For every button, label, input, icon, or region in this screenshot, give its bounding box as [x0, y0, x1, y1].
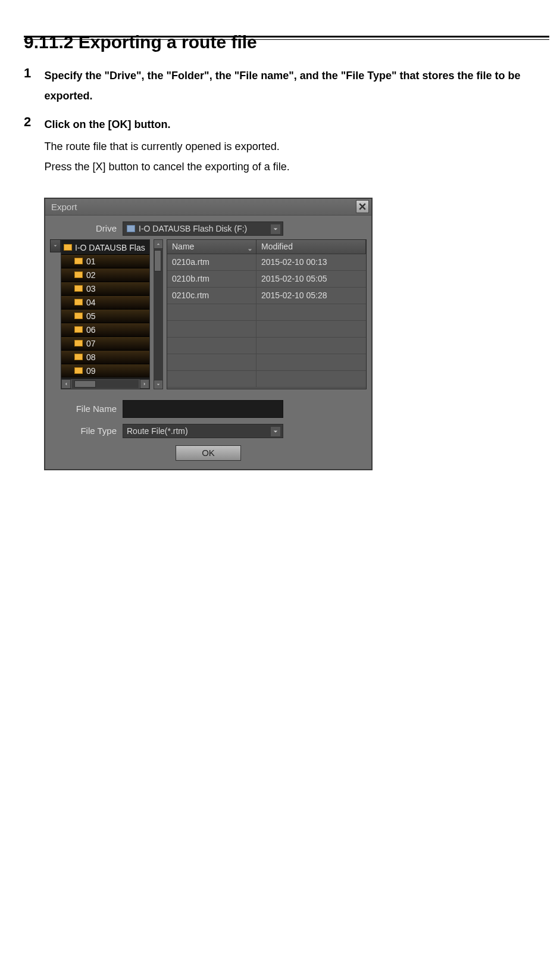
tree-folder-label: 04: [86, 298, 96, 307]
dialog-titlebar[interactable]: Export: [45, 199, 371, 216]
tree-vertical-scrollbar[interactable]: [154, 239, 163, 389]
folder-icon: [74, 354, 83, 360]
step-number: 1: [24, 65, 42, 81]
step-2-text-bold: Click on the [OK] button.: [44, 114, 535, 135]
tree-folder-label: 06: [86, 325, 96, 335]
file-name-label: File Name: [51, 404, 123, 414]
file-type-label: File Type: [51, 426, 123, 436]
chevron-down-icon: [271, 427, 280, 436]
chevron-down-icon: [54, 243, 57, 249]
folder-icon: [74, 285, 83, 292]
folder-icon: [74, 367, 83, 374]
scroll-thumb[interactable]: [74, 380, 96, 388]
dialog-title: Export: [51, 202, 77, 212]
tree-root-item[interactable]: I-O DATAUSB Flas: [61, 241, 149, 254]
folder-icon: [74, 340, 83, 346]
file-name-cell: [167, 371, 256, 387]
file-modified-cell: 2015-02-10 00:13: [256, 254, 366, 270]
section-title: Exporting a route file: [79, 32, 257, 52]
close-icon: [359, 203, 366, 210]
close-button[interactable]: [356, 200, 369, 213]
tree-folder-label: 07: [86, 339, 96, 348]
tree-folder-label: 09: [86, 366, 96, 376]
tree-folder-item[interactable]: 09: [61, 364, 149, 377]
file-name-cell: [167, 338, 256, 354]
column-header-name-label: Name: [172, 242, 194, 251]
file-name-cell: 0210c.rtm: [167, 288, 256, 304]
scroll-up-button[interactable]: [154, 239, 163, 249]
drive-dropdown[interactable]: I-O DATAUSB Flash Disk (F:): [123, 221, 283, 236]
folder-icon: [64, 244, 72, 251]
export-dialog: Export Drive I-O DATAUSB Flash Disk (F:): [44, 198, 373, 470]
drive-selected-text: I-O DATAUSB Flash Disk (F:): [139, 224, 247, 233]
scroll-down-button[interactable]: [154, 380, 163, 389]
folder-icon: [74, 326, 83, 333]
file-row[interactable]: 0210a.rtm2015-02-10 00:13: [167, 254, 366, 271]
file-name-cell: 0210b.rtm: [167, 271, 256, 287]
column-header-name[interactable]: Name: [167, 240, 256, 254]
file-row-empty: [167, 354, 366, 371]
file-row-empty: [167, 338, 366, 354]
file-modified-cell: 2015-02-10 05:28: [256, 288, 366, 304]
scroll-track[interactable]: [154, 249, 163, 380]
file-modified-cell: [256, 354, 366, 370]
folder-icon: [74, 258, 83, 264]
drive-label: Drive: [51, 223, 123, 233]
ok-button[interactable]: OK: [176, 445, 241, 461]
column-header-modified[interactable]: Modified: [256, 240, 366, 254]
file-name-cell: [167, 304, 256, 320]
tree-folder-label: 08: [86, 352, 96, 362]
section-number: 9.11.2: [24, 32, 73, 52]
tree-folder-item[interactable]: 03: [61, 282, 149, 295]
chevron-down-icon: [271, 224, 280, 234]
step-2-text-plain-1: The route file that is currently opened …: [44, 138, 535, 156]
column-header-modified-label: Modified: [261, 242, 293, 251]
chevron-down-icon: [248, 245, 252, 249]
folder-icon: [74, 299, 83, 305]
file-modified-cell: [256, 371, 366, 387]
tree-folder-item[interactable]: 08: [61, 350, 149, 364]
scroll-track[interactable]: [72, 380, 139, 388]
folder-tree[interactable]: I-O DATAUSB Flas 010203040506070809: [61, 239, 150, 389]
file-name-cell: 0210a.rtm: [167, 254, 256, 270]
tree-root-label: I-O DATAUSB Flas: [75, 243, 145, 252]
step-number: 2: [24, 114, 42, 130]
file-name-cell: [167, 354, 256, 370]
tree-folder-item[interactable]: 06: [61, 323, 149, 336]
tree-folder-item[interactable]: 01: [61, 254, 149, 268]
tree-folder-item[interactable]: 02: [61, 268, 149, 282]
page-rule-thin: [24, 39, 549, 40]
folder-icon: [74, 313, 83, 319]
file-row-empty: [167, 321, 366, 338]
step-2-text-plain-2: Press the [X] button to cancel the expor…: [44, 158, 535, 176]
folder-icon: [74, 271, 83, 278]
tree-folder-item[interactable]: 07: [61, 336, 149, 350]
file-row[interactable]: 0210c.rtm2015-02-10 05:28: [167, 288, 366, 304]
file-row-empty: [167, 371, 366, 388]
file-row[interactable]: 0210b.rtm2015-02-10 05:05: [167, 271, 366, 288]
tree-folder-label: 05: [86, 311, 96, 321]
tree-folder-label: 03: [86, 284, 96, 293]
page-rule-thick: [24, 36, 549, 38]
file-name-input[interactable]: [123, 400, 283, 418]
file-type-selected-text: Route File(*.rtm): [127, 426, 188, 436]
tree-folder-label: 01: [86, 257, 96, 266]
file-type-dropdown[interactable]: Route File(*.rtm): [123, 424, 283, 438]
tree-folder-item[interactable]: 04: [61, 295, 149, 309]
tree-horizontal-scrollbar[interactable]: [61, 379, 149, 389]
step-1-text: Specify the "Drive", the "Folder", the "…: [44, 65, 535, 106]
file-modified-cell: [256, 304, 366, 320]
tree-folder-item[interactable]: 05: [61, 309, 149, 323]
file-row-empty: [167, 304, 366, 321]
file-modified-cell: 2015-02-10 05:05: [256, 271, 366, 287]
file-list[interactable]: Name Modified 0210a.rtm2015-02-10 00:130…: [167, 239, 367, 389]
scroll-right-button[interactable]: [140, 379, 149, 389]
drive-icon: [127, 225, 135, 232]
ok-button-label: OK: [202, 448, 215, 458]
tree-folder-label: 02: [86, 270, 96, 280]
scroll-left-button[interactable]: [61, 379, 71, 389]
file-name-cell: [167, 321, 256, 337]
tree-up-button[interactable]: [50, 239, 61, 252]
file-modified-cell: [256, 321, 366, 337]
scroll-thumb[interactable]: [154, 250, 161, 271]
